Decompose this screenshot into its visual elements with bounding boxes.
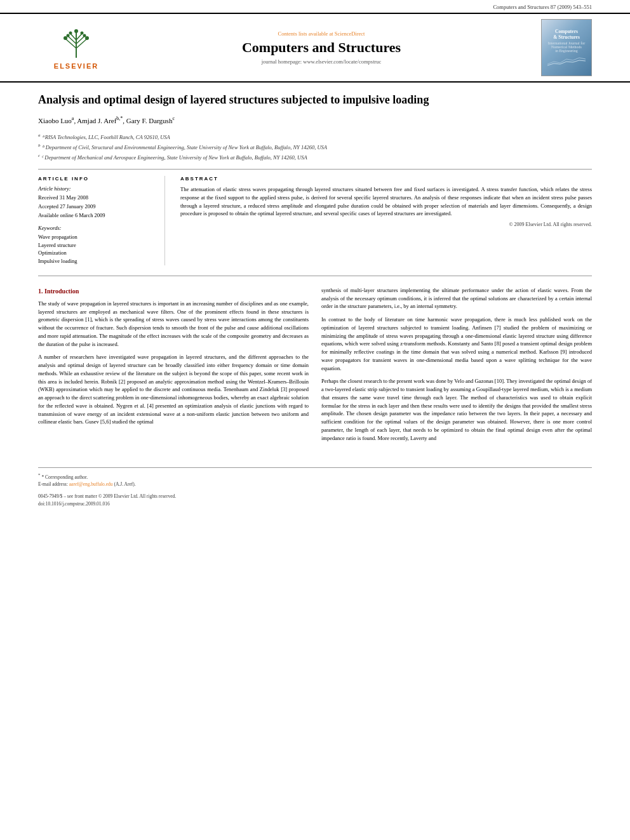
corresponding-label: * Corresponding author. bbox=[41, 474, 88, 480]
journal-thumb-area: Computers& Structures International Jour… bbox=[528, 19, 592, 76]
copyright-line: © 2009 Elsevier Ltd. All rights reserved… bbox=[180, 222, 592, 227]
svg-point-8 bbox=[64, 36, 67, 40]
sciencedirect-link: Contents lists available at ScienceDirec… bbox=[127, 30, 516, 37]
footnote-email: E-mail address: aaref@eng.buffalo.edu (A… bbox=[38, 481, 176, 488]
elsevier-logo: ELSEVIER bbox=[54, 26, 98, 70]
footer-notes: * * Corresponding author. E-mail address… bbox=[38, 472, 176, 507]
elsevier-tree-icon bbox=[59, 26, 94, 61]
info-columns: ARTICLE INFO Article history: Received 3… bbox=[38, 176, 592, 265]
journal-homepage: journal homepage: www.elsevier.com/locat… bbox=[127, 58, 516, 65]
right-para-2: In contrast to the body of literature on… bbox=[321, 316, 592, 372]
elsevier-logo-area: ELSEVIER bbox=[38, 26, 114, 70]
author-3: Gary F. Dargushc bbox=[126, 117, 175, 124]
accepted-date: Accepted 27 January 2009 bbox=[38, 203, 154, 211]
elsevier-brand-text: ELSEVIER bbox=[54, 62, 98, 70]
intro-para-2: A number of researchers have investigate… bbox=[38, 353, 309, 426]
journal-header: ELSEVIER Contents lists available at Sci… bbox=[0, 13, 630, 83]
article-title: Analysis and optimal design of layered s… bbox=[38, 93, 592, 107]
email-person: (A.J. Aref). bbox=[114, 481, 135, 487]
article-content: Analysis and optimal design of layered s… bbox=[0, 83, 630, 457]
journal-thumb-chart-icon bbox=[547, 55, 586, 67]
svg-point-11 bbox=[83, 34, 86, 37]
body-right-column: synthesis of multi-layer structures impl… bbox=[321, 286, 592, 448]
issn-line: 0045-7949/$ – see front matter © 2009 El… bbox=[38, 493, 176, 500]
author-sup-c: c bbox=[172, 116, 175, 121]
top-citation-bar: Computers and Structures 87 (2009) 543–5… bbox=[0, 0, 630, 13]
affil-1: a ᵃ RISA Technologies, LLC, Foothill Ran… bbox=[38, 132, 592, 142]
author-sup-a: a bbox=[72, 116, 74, 121]
journal-title: Computers and Structures bbox=[127, 39, 516, 56]
svg-point-14 bbox=[74, 29, 78, 33]
keyword-2: Layered structure bbox=[38, 241, 154, 250]
article-info-column: ARTICLE INFO Article history: Received 3… bbox=[38, 176, 165, 265]
article-info-label: ARTICLE INFO bbox=[38, 176, 154, 182]
body-columns: 1. Introduction The study of wave propag… bbox=[38, 286, 592, 448]
doi-line: doi:10.1016/j.compstruc.2009.01.016 bbox=[38, 500, 176, 507]
article-footer: * * Corresponding author. E-mail address… bbox=[38, 467, 592, 507]
right-para-3: Perhaps the closest research to the pres… bbox=[321, 377, 592, 442]
journal-thumb-title: Computers& Structures bbox=[553, 29, 580, 40]
email-label: E-mail address: bbox=[38, 481, 68, 487]
svg-point-9 bbox=[85, 36, 89, 40]
keyword-1: Wave propagation bbox=[38, 233, 154, 241]
svg-point-10 bbox=[66, 34, 69, 37]
abstract-label: ABSTRACT bbox=[180, 176, 592, 182]
svg-point-12 bbox=[69, 31, 72, 34]
footnote-star: * bbox=[38, 472, 41, 477]
affil-2: b ᵇ Department of Civil, Structural and … bbox=[38, 142, 592, 152]
keywords-label: Keywords: bbox=[38, 225, 154, 231]
email-address: aaref@eng.buffalo.edu bbox=[69, 481, 113, 487]
svg-point-13 bbox=[80, 31, 83, 34]
citation-text: Computers and Structures 87 (2009) 543–5… bbox=[493, 4, 592, 10]
footnote-corresponding: * * Corresponding author. bbox=[38, 472, 176, 481]
keyword-4: Impulsive loading bbox=[38, 257, 154, 265]
abstract-text: The attenuation of elastic stress waves … bbox=[180, 185, 592, 218]
journal-header-center: Contents lists available at ScienceDirec… bbox=[114, 30, 528, 65]
available-date: Available online 6 March 2009 bbox=[38, 212, 154, 220]
divider-1 bbox=[38, 169, 592, 170]
right-para-1: synthesis of multi-layer structures impl… bbox=[321, 286, 592, 310]
authors-line: Xiaobo Luoa, Amjad J. Arefb,*, Gary F. D… bbox=[38, 115, 592, 126]
author-1: Xiaobo Luoa bbox=[38, 117, 74, 124]
history-label: Article history: bbox=[38, 185, 154, 192]
author-sup-b: b,* bbox=[116, 116, 123, 121]
abstract-column: ABSTRACT The attenuation of elastic stre… bbox=[180, 176, 592, 265]
affil-3: c ᶜ Department of Mechanical and Aerospa… bbox=[38, 152, 592, 162]
divider-2 bbox=[38, 276, 592, 276]
journal-thumb-subtitle: International Journal forNumerical Metho… bbox=[548, 41, 585, 53]
journal-thumbnail: Computers& Structures International Jour… bbox=[541, 19, 592, 76]
body-left-column: 1. Introduction The study of wave propag… bbox=[38, 286, 309, 448]
intro-para-1: The study of wave propagation in layered… bbox=[38, 300, 309, 349]
keyword-3: Optimization bbox=[38, 249, 154, 257]
affiliations: a ᵃ RISA Technologies, LLC, Foothill Ran… bbox=[38, 132, 592, 161]
received-date: Received 31 May 2008 bbox=[38, 194, 154, 202]
intro-heading: 1. Introduction bbox=[38, 286, 309, 296]
author-2: Amjad J. Arefb,* bbox=[77, 117, 123, 124]
